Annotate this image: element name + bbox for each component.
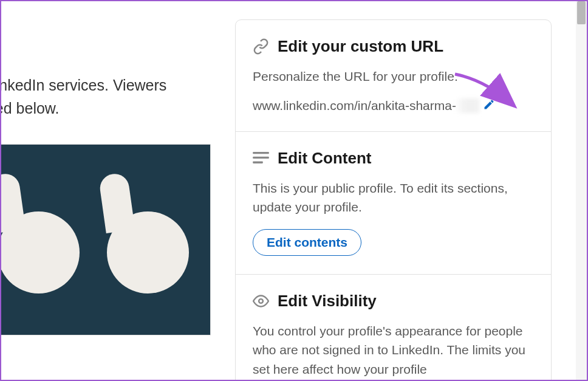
custom-url-section: Edit your custom URL Personalize the URL… — [236, 20, 551, 132]
url-redacted — [455, 98, 479, 113]
svg-rect-2 — [253, 157, 269, 159]
section-title: Edit Visibility — [278, 292, 377, 311]
edit-visibility-section: Edit Visibility You control your profile… — [236, 275, 551, 382]
section-title: Edit Content — [278, 149, 372, 168]
scrollbar-track[interactable] — [576, 1, 587, 380]
pencil-icon[interactable] — [483, 98, 495, 113]
svg-rect-1 — [253, 152, 269, 154]
left-description-text: er off-LinkedIn services. Viewers displa… — [1, 74, 211, 120]
settings-sidebar: Edit your custom URL Personalize the URL… — [211, 1, 576, 380]
url-row: www.linkedin.com/in/ankita-sharma- — [253, 98, 534, 113]
eye-icon — [253, 293, 269, 309]
edit-contents-button[interactable]: Edit contents — [253, 229, 361, 256]
left-content-panel: er off-LinkedIn services. Viewers displa… — [1, 1, 211, 380]
section-description: You control your profile's appearance fo… — [253, 321, 534, 379]
section-title: Edit your custom URL — [278, 37, 443, 56]
svg-point-4 — [259, 299, 263, 303]
profile-banner-image — [1, 144, 211, 335]
settings-card: Edit your custom URL Personalize the URL… — [235, 19, 552, 381]
profile-url-text: www.linkedin.com/in/ankita-sharma- — [253, 98, 456, 113]
scrollbar-thumb[interactable] — [577, 1, 586, 24]
section-description: Personalize the URL for your profile. — [253, 67, 534, 86]
edit-content-section: Edit Content This is your public profile… — [236, 132, 551, 275]
section-description: This is your public profile. To edit its… — [253, 179, 534, 217]
content-lines-icon — [253, 150, 269, 166]
link-icon — [253, 38, 269, 55]
svg-rect-3 — [253, 162, 263, 163]
